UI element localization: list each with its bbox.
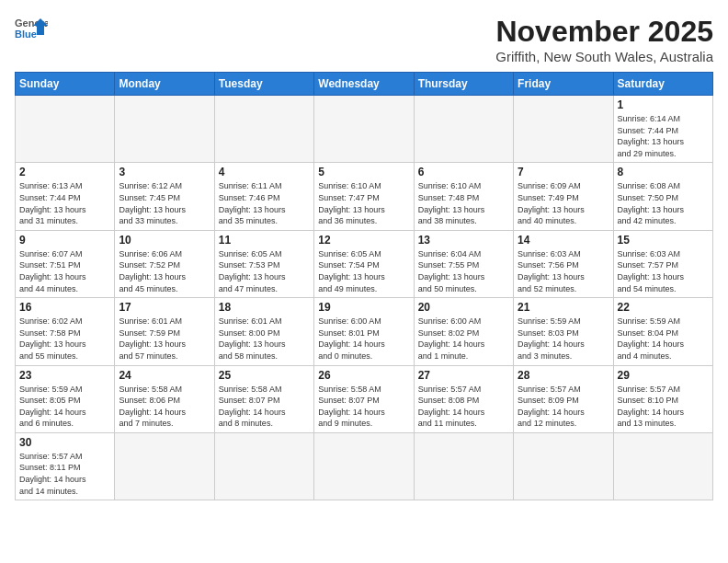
title-section: November 2025 Griffith, New South Wales,…	[495, 15, 713, 64]
calendar-day-cell: 11Sunrise: 6:05 AM Sunset: 7:53 PM Dayli…	[214, 230, 313, 297]
day-number: 10	[119, 234, 210, 247]
day-number: 4	[219, 166, 310, 178]
calendar-week-row: 2Sunrise: 6:13 AM Sunset: 7:44 PM Daylig…	[16, 163, 713, 230]
day-info-text: Sunrise: 6:12 AM Sunset: 7:45 PM Dayligh…	[119, 180, 210, 226]
calendar-day-cell: 14Sunrise: 6:03 AM Sunset: 7:56 PM Dayli…	[514, 230, 613, 297]
calendar-day-cell: 30Sunrise: 5:57 AM Sunset: 8:11 PM Dayli…	[16, 432, 115, 500]
calendar-day-cell	[514, 96, 613, 163]
day-info-text: Sunrise: 6:08 AM Sunset: 7:50 PM Dayligh…	[618, 180, 709, 226]
day-info-text: Sunrise: 5:59 AM Sunset: 8:04 PM Dayligh…	[618, 316, 709, 362]
calendar-day-cell: 21Sunrise: 5:59 AM Sunset: 8:03 PM Dayli…	[514, 298, 613, 365]
day-number: 17	[119, 301, 210, 314]
day-number: 29	[618, 369, 709, 382]
day-info-text: Sunrise: 5:57 AM Sunset: 8:11 PM Dayligh…	[19, 451, 110, 497]
calendar-day-cell	[16, 96, 115, 163]
weekday-header-sunday: Sunday	[16, 73, 115, 96]
day-number: 3	[119, 166, 210, 178]
calendar-day-cell	[214, 432, 313, 500]
day-info-text: Sunrise: 6:02 AM Sunset: 7:58 PM Dayligh…	[19, 316, 110, 362]
calendar-day-cell	[115, 432, 214, 500]
day-number: 22	[618, 301, 709, 314]
day-info-text: Sunrise: 6:10 AM Sunset: 7:48 PM Dayligh…	[418, 180, 509, 226]
calendar-day-cell: 22Sunrise: 5:59 AM Sunset: 8:04 PM Dayli…	[613, 298, 712, 365]
calendar-day-cell: 10Sunrise: 6:06 AM Sunset: 7:52 PM Dayli…	[115, 230, 214, 297]
day-number: 15	[618, 234, 709, 247]
calendar-day-cell: 2Sunrise: 6:13 AM Sunset: 7:44 PM Daylig…	[16, 163, 115, 230]
calendar-day-cell: 8Sunrise: 6:08 AM Sunset: 7:50 PM Daylig…	[613, 163, 712, 230]
calendar-day-cell: 7Sunrise: 6:09 AM Sunset: 7:49 PM Daylig…	[514, 163, 613, 230]
day-info-text: Sunrise: 6:00 AM Sunset: 8:01 PM Dayligh…	[318, 316, 409, 362]
day-info-text: Sunrise: 6:11 AM Sunset: 7:46 PM Dayligh…	[219, 180, 310, 226]
day-number: 20	[418, 301, 509, 314]
day-number: 23	[19, 369, 110, 382]
day-number: 18	[219, 301, 310, 314]
day-number: 27	[418, 369, 509, 382]
calendar-day-cell: 12Sunrise: 6:05 AM Sunset: 7:54 PM Dayli…	[314, 230, 414, 297]
day-info-text: Sunrise: 5:58 AM Sunset: 8:07 PM Dayligh…	[219, 384, 310, 430]
day-info-text: Sunrise: 6:10 AM Sunset: 7:47 PM Dayligh…	[318, 180, 409, 226]
day-number: 12	[318, 234, 409, 247]
calendar-day-cell: 13Sunrise: 6:04 AM Sunset: 7:55 PM Dayli…	[414, 230, 513, 297]
calendar-table: SundayMondayTuesdayWednesdayThursdayFrid…	[15, 72, 713, 500]
day-info-text: Sunrise: 6:00 AM Sunset: 8:02 PM Dayligh…	[418, 316, 509, 362]
calendar-day-cell: 4Sunrise: 6:11 AM Sunset: 7:46 PM Daylig…	[214, 163, 313, 230]
calendar-day-cell: 17Sunrise: 6:01 AM Sunset: 7:59 PM Dayli…	[115, 298, 214, 365]
month-year-title: November 2025	[495, 15, 713, 49]
calendar-day-cell: 23Sunrise: 5:59 AM Sunset: 8:05 PM Dayli…	[16, 365, 115, 432]
calendar-day-cell: 20Sunrise: 6:00 AM Sunset: 8:02 PM Dayli…	[414, 298, 513, 365]
weekday-header-monday: Monday	[115, 73, 214, 96]
day-info-text: Sunrise: 5:59 AM Sunset: 8:05 PM Dayligh…	[19, 384, 110, 430]
day-number: 26	[318, 369, 409, 382]
day-number: 19	[318, 301, 409, 314]
calendar-day-cell: 19Sunrise: 6:00 AM Sunset: 8:01 PM Dayli…	[314, 298, 414, 365]
day-number: 5	[318, 166, 409, 178]
calendar-day-cell: 3Sunrise: 6:12 AM Sunset: 7:45 PM Daylig…	[115, 163, 214, 230]
calendar-week-row: 30Sunrise: 5:57 AM Sunset: 8:11 PM Dayli…	[16, 432, 713, 500]
day-info-text: Sunrise: 6:03 AM Sunset: 7:57 PM Dayligh…	[618, 248, 709, 294]
calendar-day-cell: 27Sunrise: 5:57 AM Sunset: 8:08 PM Dayli…	[414, 365, 513, 432]
day-number: 16	[19, 301, 110, 314]
day-number: 14	[518, 234, 609, 247]
calendar-day-cell	[414, 96, 513, 163]
day-info-text: Sunrise: 6:14 AM Sunset: 7:44 PM Dayligh…	[618, 113, 709, 159]
day-info-text: Sunrise: 6:06 AM Sunset: 7:52 PM Dayligh…	[119, 248, 210, 294]
weekday-header-wednesday: Wednesday	[314, 73, 414, 96]
calendar-week-row: 9Sunrise: 6:07 AM Sunset: 7:51 PM Daylig…	[16, 230, 713, 297]
weekday-header-saturday: Saturday	[613, 73, 712, 96]
weekday-header-friday: Friday	[514, 73, 613, 96]
day-number: 21	[518, 301, 609, 314]
day-number: 30	[19, 436, 110, 449]
calendar-week-row: 16Sunrise: 6:02 AM Sunset: 7:58 PM Dayli…	[16, 298, 713, 365]
day-info-text: Sunrise: 5:58 AM Sunset: 8:07 PM Dayligh…	[318, 384, 409, 430]
calendar-day-cell: 16Sunrise: 6:02 AM Sunset: 7:58 PM Dayli…	[16, 298, 115, 365]
calendar-day-cell	[613, 432, 712, 500]
day-number: 9	[19, 234, 110, 247]
calendar-day-cell: 18Sunrise: 6:01 AM Sunset: 8:00 PM Dayli…	[214, 298, 313, 365]
day-info-text: Sunrise: 5:59 AM Sunset: 8:03 PM Dayligh…	[518, 316, 609, 362]
day-info-text: Sunrise: 5:58 AM Sunset: 8:06 PM Dayligh…	[119, 384, 210, 430]
calendar-day-cell: 24Sunrise: 5:58 AM Sunset: 8:06 PM Dayli…	[115, 365, 214, 432]
day-number: 28	[518, 369, 609, 382]
day-info-text: Sunrise: 6:01 AM Sunset: 7:59 PM Dayligh…	[119, 316, 210, 362]
weekday-header-thursday: Thursday	[414, 73, 513, 96]
day-number: 13	[418, 234, 509, 247]
day-number: 25	[219, 369, 310, 382]
day-number: 2	[19, 166, 110, 178]
day-number: 24	[119, 369, 210, 382]
day-info-text: Sunrise: 6:09 AM Sunset: 7:49 PM Dayligh…	[518, 180, 609, 226]
day-number: 11	[219, 234, 310, 247]
weekday-header-row: SundayMondayTuesdayWednesdayThursdayFrid…	[16, 73, 713, 96]
day-number: 6	[418, 166, 509, 178]
day-info-text: Sunrise: 6:13 AM Sunset: 7:44 PM Dayligh…	[19, 180, 110, 226]
day-number: 1	[618, 98, 709, 111]
logo: General Blue	[15, 15, 48, 42]
calendar-day-cell: 25Sunrise: 5:58 AM Sunset: 8:07 PM Dayli…	[214, 365, 313, 432]
calendar-day-cell: 6Sunrise: 6:10 AM Sunset: 7:48 PM Daylig…	[414, 163, 513, 230]
location-subtitle: Griffith, New South Wales, Australia	[495, 49, 713, 64]
day-info-text: Sunrise: 6:07 AM Sunset: 7:51 PM Dayligh…	[19, 248, 110, 294]
day-info-text: Sunrise: 5:57 AM Sunset: 8:09 PM Dayligh…	[518, 384, 609, 430]
calendar-week-row: 1Sunrise: 6:14 AM Sunset: 7:44 PM Daylig…	[16, 96, 713, 163]
day-number: 7	[518, 166, 609, 178]
calendar-week-row: 23Sunrise: 5:59 AM Sunset: 8:05 PM Dayli…	[16, 365, 713, 432]
header: General Blue November 2025 Griffith, New…	[15, 15, 713, 64]
